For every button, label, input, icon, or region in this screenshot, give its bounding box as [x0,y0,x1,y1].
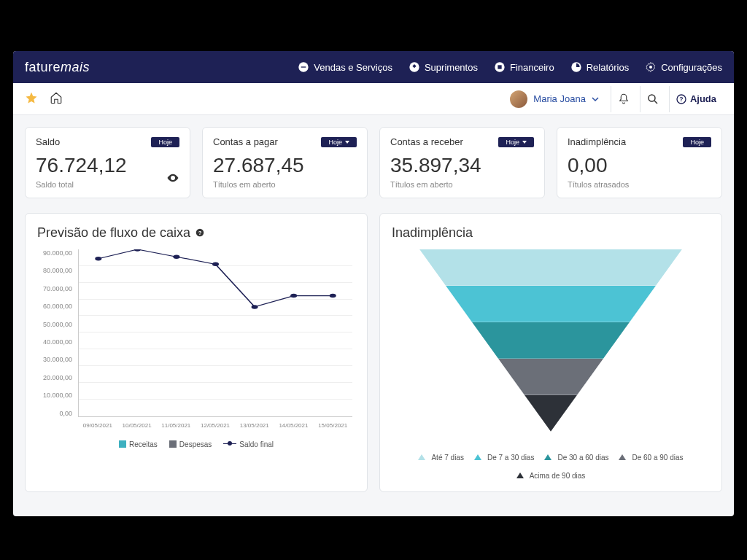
svg-line-8 [655,101,658,104]
card-value: 76.724,12 [36,155,179,177]
info-icon[interactable]: ? [195,228,205,238]
y-tick: 80.000,00 [37,267,75,274]
delinquency-title: Inadimplência [392,225,710,241]
funnel-slice [419,322,682,359]
svg-point-20 [330,294,336,298]
nav-links: Vendas e Serviços Suprimentos Financeiro… [298,61,722,73]
card-title: Contas a receber [390,136,463,147]
x-tick: 15/05/2021 [313,422,352,429]
subbar: Maria Joana ? Ajuda [13,83,734,115]
period-badge[interactable]: Hoje [498,137,534,147]
gear-icon [645,61,657,73]
summary-card: Saldo Hoje 76.724,12 Saldo total [25,127,190,198]
funnel-slice [419,286,682,322]
svg-point-18 [252,305,258,308]
funnel-slice [419,249,682,286]
suprimentos-icon [409,61,420,73]
funnel-legend-item: Acima de 90 dias [516,472,586,480]
nav-label: Suprimentos [425,62,478,73]
nav-financeiro[interactable]: Financeiro [494,61,554,73]
user-menu[interactable]: Maria Joana [510,90,608,108]
vendas-icon [298,61,309,73]
card-subtitle: Títulos em aberto [213,180,357,189]
card-value: 27.687,45 [213,155,357,177]
x-tick: 10/05/2021 [117,422,157,429]
summary-card: Inadimplência Hoje 0,00 Títulos atrasado… [557,127,722,198]
nav-label: Configurações [661,62,722,73]
card-subtitle: Títulos em aberto [390,180,534,189]
period-badge[interactable]: Hoje [321,137,357,147]
help-icon: ? [676,93,687,105]
summary-card: Contas a pagar Hoje 27.687,45 Títulos em… [202,127,368,198]
x-tick: 14/05/2021 [274,422,314,429]
navbar: faturemais Vendas e Serviços Suprimentos… [13,51,734,83]
bell-icon [617,93,630,106]
card-title: Saldo [36,136,60,147]
summary-card: Contas a receber Hoje 35.897,34 Títulos … [379,127,545,198]
y-tick: 20.000,00 [37,374,75,381]
chevron-down-icon [592,96,599,103]
cashflow-panel: Previsão de fluxo de caixa ? 90.000,0080… [25,213,368,492]
period-badge: Hoje [151,137,179,147]
svg-rect-4 [498,65,501,69]
nav-label: Relatórios [587,62,630,73]
funnel-legend-item: De 7 a 30 dias [474,454,535,462]
y-tick: 70.000,00 [37,285,75,292]
nav-suprimentos[interactable]: Suprimentos [409,61,478,73]
x-tick: 12/05/2021 [196,422,235,429]
cashflow-chart: 90.000,0080.000,0070.000,0060.000,0050.0… [37,249,355,439]
delinquency-panel: Inadimplência Até 7 diasDe 7 a 30 diasDe… [379,213,722,492]
x-tick: 11/05/2021 [156,422,196,429]
funnel-legend-item: De 60 a 90 dias [619,454,683,462]
star-icon[interactable] [25,91,38,107]
avatar [510,90,527,108]
svg-point-16 [173,254,179,258]
y-tick: 10.000,00 [37,392,75,399]
help-label: Ajuda [690,93,716,104]
funnel-legend: Até 7 diasDe 7 a 30 diasDe 30 a 60 diasD… [392,454,710,480]
nav-config[interactable]: Configurações [645,61,722,73]
funnel-slice [419,359,682,395]
svg-point-7 [649,95,655,101]
funnel-legend-item: Até 7 dias [418,454,463,462]
y-tick: 60.000,00 [37,303,75,310]
svg-text:?: ? [198,230,202,236]
visibility-toggle[interactable] [166,171,179,187]
svg-rect-1 [301,66,306,67]
y-tick: 0,00 [37,410,75,417]
card-title: Inadimplência [568,136,626,147]
home-icon[interactable] [50,91,63,107]
card-subtitle: Títulos atrasados [568,180,711,189]
svg-point-15 [134,249,141,252]
y-tick: 50.000,00 [37,321,75,328]
content: Saldo Hoje 76.724,12 Saldo total Contas … [13,115,734,516]
financeiro-icon [494,61,506,73]
relatorios-icon [570,61,582,73]
help-button[interactable]: ? Ajuda [669,86,722,112]
cashflow-legend: Receitas Despesas Saldo final [37,440,355,448]
nav-label: Vendas e Serviços [314,62,392,73]
funnel-chart [419,249,682,432]
y-tick: 40.000,00 [37,338,75,346]
svg-point-11 [172,176,174,179]
legend-saldo: Saldo final [239,440,274,448]
legend-despesas: Despesas [179,440,212,448]
user-name: Maria Joana [533,93,586,104]
cashflow-title: Previsão de fluxo de caixa ? [37,225,355,241]
svg-point-19 [290,294,297,298]
nav-vendas[interactable]: Vendas e Serviços [298,61,392,73]
card-subtitle: Saldo total [36,180,179,189]
y-tick: 30.000,00 [37,356,75,363]
nav-relatorios[interactable]: Relatórios [570,61,630,73]
funnel-slice [419,395,682,432]
card-title: Contas a pagar [213,136,278,147]
notifications-button[interactable] [611,86,637,112]
period-badge: Hoje [683,137,711,147]
x-tick: 09/05/2021 [78,422,117,429]
cards-row: Saldo Hoje 76.724,12 Saldo total Contas … [25,127,722,198]
search-button[interactable] [640,86,666,112]
logo: faturemais [25,60,90,75]
svg-text:?: ? [679,96,683,103]
y-tick: 90.000,00 [37,249,75,257]
svg-point-6 [649,66,652,69]
